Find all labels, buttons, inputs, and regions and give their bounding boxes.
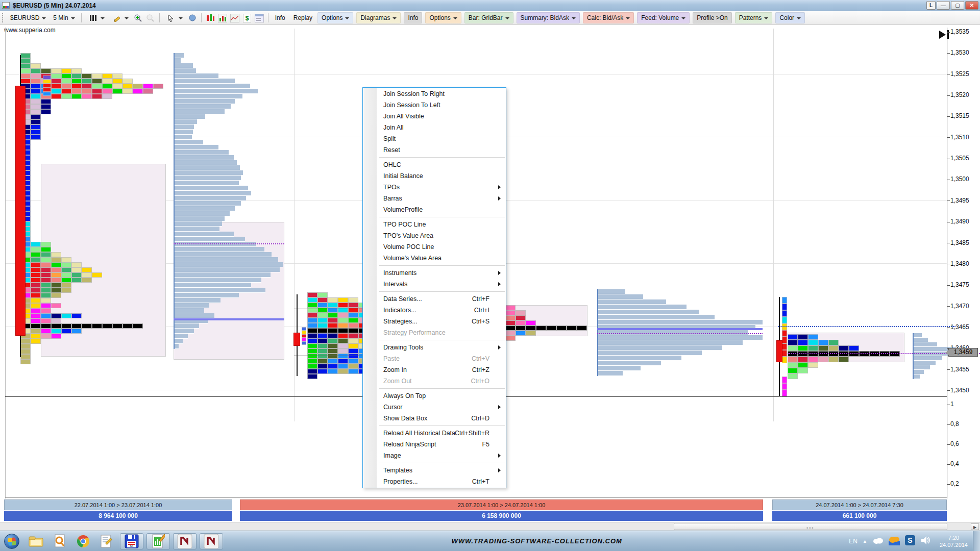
tpo-cell bbox=[505, 305, 516, 310]
toolbar-chip-summary-bidask[interactable]: Summary: BidAsk bbox=[517, 12, 580, 23]
tpo-cell bbox=[348, 297, 358, 303]
lang-button[interactable]: L bbox=[926, 1, 936, 10]
cursor-dropdown[interactable] bbox=[163, 12, 185, 23]
menu-item-ohlc[interactable]: OHLC bbox=[363, 159, 506, 170]
menu-item-always-on-top[interactable]: Always On Top bbox=[363, 390, 506, 402]
keyboard-language-indicator[interactable]: EN bbox=[849, 538, 857, 545]
toolbar-chip-bar-gridbar[interactable]: Bar: GridBar bbox=[464, 12, 513, 23]
chart-editor-button[interactable] bbox=[146, 533, 170, 549]
menu-item-zoom-in[interactable]: Zoom InCtrl+Z bbox=[363, 364, 506, 375]
start-button[interactable] bbox=[4, 534, 19, 549]
maximize-button[interactable]: ▢ bbox=[951, 1, 964, 10]
menu-item-tpo-s-value-area[interactable]: TPO's Value Area bbox=[363, 230, 506, 241]
price-axis-label: 1,3510 bbox=[950, 134, 969, 141]
ninjatrader-button[interactable] bbox=[173, 533, 197, 549]
instrument-dropdown[interactable]: $EURUSD bbox=[8, 13, 48, 22]
menu-item-properties-[interactable]: Properties...Ctrl+T bbox=[363, 476, 506, 487]
weather-tray-icon[interactable] bbox=[889, 535, 900, 547]
line-chart-icon[interactable] bbox=[230, 13, 240, 22]
candlestick-icon[interactable] bbox=[205, 13, 215, 22]
drawing-dropdown[interactable] bbox=[109, 12, 131, 23]
info-button[interactable]: Info bbox=[272, 13, 288, 23]
horizontal-scrollbar[interactable]: ••• ▶ bbox=[0, 522, 980, 531]
menu-item-instruments[interactable]: Instruments bbox=[363, 267, 506, 279]
submenu-arrow-icon bbox=[498, 454, 501, 458]
replay-button[interactable]: Replay bbox=[290, 13, 315, 23]
toolbar-chip-options[interactable]: Options bbox=[425, 12, 461, 23]
menu-item-volume-poc-line[interactable]: Volume POC Line bbox=[363, 241, 506, 253]
zoom-out-icon[interactable] bbox=[145, 13, 156, 22]
panel-icon[interactable] bbox=[254, 13, 264, 22]
toolbar-chip-calc-bid-ask[interactable]: Calc: Bid/Ask bbox=[583, 12, 634, 23]
menu-item-tpos[interactable]: TPOs bbox=[363, 182, 506, 193]
axis-tick bbox=[947, 369, 950, 370]
menu-item-reload-all-historical-data[interactable]: Reload All Historical DataCtrl+Shift+R bbox=[363, 428, 506, 439]
speaker-icon[interactable] bbox=[920, 536, 930, 546]
toolbar-chip-options[interactable]: Options bbox=[317, 12, 353, 23]
tpo-row bbox=[302, 334, 306, 338]
tpo-cell bbox=[307, 338, 317, 343]
tpo-row bbox=[307, 333, 369, 338]
menu-item-join-session-to-left[interactable]: Join Session To Left bbox=[363, 99, 506, 111]
dollar-icon[interactable]: $ bbox=[242, 13, 252, 22]
search-icon[interactable] bbox=[51, 534, 68, 549]
show-desktop-button[interactable] bbox=[973, 531, 980, 551]
menu-item-cursor[interactable]: Cursor bbox=[363, 402, 506, 413]
close-button[interactable]: ✕ bbox=[965, 1, 978, 10]
scroll-right-arrow[interactable]: ▶ bbox=[971, 523, 979, 530]
menu-item-templates[interactable]: Templates bbox=[363, 465, 506, 476]
menu-item-volume-s-value-area[interactable]: Volume's Value Area bbox=[363, 253, 506, 264]
tpo-cell bbox=[536, 325, 546, 331]
tpo-cell bbox=[143, 84, 153, 89]
menu-item-join-all[interactable]: Join All bbox=[363, 122, 506, 133]
menu-item-reload-ninjascript[interactable]: Reload NinjaScriptF5 bbox=[363, 439, 506, 450]
menu-item-image[interactable]: Image bbox=[363, 450, 506, 461]
menu-item-intervals[interactable]: Intervals bbox=[363, 279, 506, 290]
menu-item-tpo-poc-line[interactable]: TPO POC Line bbox=[363, 219, 506, 230]
toolbar-chip-info[interactable]: Info bbox=[404, 12, 422, 23]
toolbar-chip-color[interactable]: Color bbox=[775, 12, 805, 23]
menu-item-show-data-box[interactable]: Show Data BoxCtrl+D bbox=[363, 413, 506, 424]
minimize-button[interactable]: — bbox=[937, 1, 950, 10]
menu-item-strategies-[interactable]: Strategies...Ctrl+S bbox=[363, 316, 506, 327]
cloud-icon[interactable] bbox=[872, 537, 884, 545]
chart-style-dropdown[interactable] bbox=[85, 12, 107, 23]
menu-item-volumeprofile[interactable]: VolumeProfile bbox=[363, 204, 506, 215]
toolbar-chip-profile-on[interactable]: Profile >On bbox=[693, 12, 731, 23]
chrome-icon[interactable] bbox=[75, 534, 92, 549]
tray-expand-icon[interactable]: ▲ bbox=[863, 539, 867, 544]
tpo-row bbox=[782, 310, 787, 317]
chart-area[interactable]: www.supperia.com 1,35351,35301,35251,352… bbox=[0, 25, 980, 498]
toolbar-chip-feed-volume[interactable]: Feed: Volume bbox=[637, 12, 690, 23]
title-bar[interactable]: $EURUSD (5 Min) 24.07.2014 L — ▢ ✕ bbox=[0, 0, 980, 11]
menu-item-split[interactable]: Split bbox=[363, 133, 506, 144]
toolbar-chip-patterns[interactable]: Patterns bbox=[735, 12, 773, 23]
menu-item-initial-balance[interactable]: Initial Balance bbox=[363, 170, 506, 182]
menu-item-indicators-[interactable]: Indicators...Ctrl+I bbox=[363, 305, 506, 316]
interval-dropdown[interactable]: 5 Min bbox=[51, 13, 77, 22]
ninjatrader-button-2[interactable] bbox=[200, 533, 223, 549]
volume-chart-icon[interactable] bbox=[217, 13, 228, 22]
tpo-cell bbox=[41, 298, 51, 303]
tpo-cell bbox=[41, 247, 51, 252]
menu-item-join-session-to-right[interactable]: Join Session To Right bbox=[363, 88, 506, 99]
toolbar-chip-diagramas[interactable]: Diagramas bbox=[356, 12, 401, 23]
tpo-cell bbox=[102, 84, 112, 89]
tpo-cell bbox=[31, 135, 41, 140]
tpo-cell bbox=[302, 341, 306, 345]
menu-item-drawing-tools[interactable]: Drawing Tools bbox=[363, 342, 506, 353]
menu-item-barras[interactable]: Barras bbox=[363, 193, 506, 204]
zoom-in-icon[interactable] bbox=[133, 13, 143, 22]
floppy-app-button[interactable]: 64 bbox=[120, 533, 143, 549]
toolbar-grip[interactable] bbox=[2, 13, 5, 22]
scrollbar-thumb[interactable]: ••• bbox=[674, 523, 947, 530]
explorer-icon[interactable] bbox=[28, 534, 45, 549]
menu-item-data-series-[interactable]: Data Series...Ctrl+F bbox=[363, 293, 506, 305]
menu-item-reset[interactable]: Reset bbox=[363, 144, 506, 156]
menu-item-join-all-visible[interactable]: Join All Visible bbox=[363, 111, 506, 122]
price-axis-line bbox=[947, 28, 947, 396]
notepad-icon[interactable] bbox=[98, 534, 115, 549]
marker-icon[interactable] bbox=[187, 13, 198, 22]
taskbar-clock[interactable]: 7:20 24.07.2014 bbox=[940, 534, 968, 548]
skype-icon[interactable]: S bbox=[905, 535, 915, 547]
